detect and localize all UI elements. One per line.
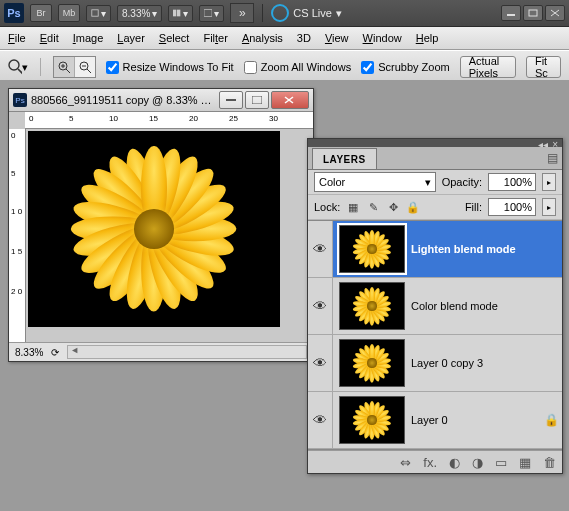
visibility-eye-icon[interactable]: 👁 <box>308 278 333 334</box>
doc-maximize-button[interactable] <box>245 91 269 109</box>
status-info-icon[interactable]: ⟳ <box>51 347 59 358</box>
window-close-button[interactable] <box>545 5 565 21</box>
zoom-all-windows-checkbox[interactable]: Zoom All Windows <box>244 61 351 74</box>
fit-screen-button[interactable]: Fit Sc <box>526 56 561 78</box>
blend-mode-select[interactable]: Color▾ <box>314 172 436 192</box>
menu-edit[interactable]: Edit <box>40 32 59 44</box>
menu-file[interactable]: File <box>8 32 26 44</box>
lock-all-icon[interactable]: 🔒 <box>406 200 420 214</box>
visibility-eye-icon[interactable]: 👁 <box>308 392 333 448</box>
zoom-in-icon[interactable] <box>54 57 75 77</box>
resize-windows-label: Resize Windows To Fit <box>123 61 234 73</box>
layer-group-icon[interactable]: ▭ <box>495 455 507 470</box>
layer-thumbnail[interactable] <box>339 225 405 273</box>
window-restore-button[interactable] <box>523 5 543 21</box>
layer-row[interactable]: 👁Layer 0🔒 <box>308 392 562 449</box>
ruler-tick: 0 <box>29 114 33 123</box>
layer-row[interactable]: 👁Layer 0 copy 3 <box>308 335 562 392</box>
menu-select[interactable]: Select <box>159 32 190 44</box>
layer-name-label[interactable]: Layer 0 copy 3 <box>411 357 544 369</box>
lock-pixels-icon[interactable]: ✎ <box>366 200 380 214</box>
zoom-tool-icon[interactable]: ▾ <box>8 57 28 77</box>
visibility-eye-icon[interactable]: 👁 <box>308 221 333 277</box>
expand-panels-button[interactable]: » <box>230 3 254 23</box>
ruler-tick: 5 <box>11 169 15 178</box>
workspace: Ps 880566_99119511 copy @ 8.33% (Lighten… <box>0 80 569 511</box>
link-layers-icon[interactable]: ⇔ <box>400 455 411 470</box>
zoom-level-dropdown[interactable]: 8.33%▾ <box>117 5 162 22</box>
layer-row[interactable]: 👁Lighten blend mode <box>308 221 562 278</box>
menu-filter[interactable]: Filter <box>203 32 227 44</box>
menu-image[interactable]: Image <box>73 32 104 44</box>
menu-window[interactable]: Window <box>363 32 402 44</box>
tab-layers[interactable]: LAYERS <box>312 148 377 169</box>
panel-menu-icon[interactable]: ▤ <box>547 151 558 165</box>
layer-name-label[interactable]: Lighten blend mode <box>411 243 544 255</box>
delete-layer-icon[interactable]: 🗑 <box>543 455 556 470</box>
zoom-in-out-toggle[interactable] <box>53 56 96 78</box>
opacity-flyout-icon[interactable]: ▸ <box>542 173 556 191</box>
blend-opacity-row: Color▾ Opacity: 100% ▸ <box>308 170 562 195</box>
doc-close-button[interactable] <box>271 91 309 109</box>
canvas-area[interactable] <box>26 129 313 342</box>
screen-mode-dropdown[interactable]: ▾ <box>199 5 224 22</box>
bridge-badge[interactable]: Br <box>30 4 52 22</box>
view-extras-dropdown[interactable]: ▾ <box>86 5 111 22</box>
cs-live-label: CS Live <box>293 7 332 19</box>
ruler-tick: 15 <box>149 114 158 123</box>
panel-tab-bar: LAYERS ▤ <box>308 147 562 170</box>
svg-rect-3 <box>204 10 212 17</box>
canvas[interactable] <box>28 131 280 327</box>
lock-transparent-icon[interactable]: ▦ <box>346 200 360 214</box>
layers-panel-footer: ⇔ fx. ◐ ◑ ▭ ▦ 🗑 <box>308 450 562 473</box>
arrange-documents-dropdown[interactable]: ▾ <box>168 5 193 22</box>
layer-thumbnail[interactable] <box>339 339 405 387</box>
layer-name-label[interactable]: Color blend mode <box>411 300 544 312</box>
lock-position-icon[interactable]: ✥ <box>386 200 400 214</box>
ruler-horizontal[interactable]: 0 5 10 15 20 25 30 <box>25 112 313 129</box>
status-zoom-value[interactable]: 8.33% <box>15 347 43 358</box>
svg-line-13 <box>66 69 70 73</box>
menu-analysis[interactable]: Analysis <box>242 32 283 44</box>
layer-thumbnail[interactable] <box>339 282 405 330</box>
layer-name-label[interactable]: Layer 0 <box>411 414 544 426</box>
status-scrollbar[interactable] <box>67 345 307 359</box>
document-titlebar[interactable]: Ps 880566_99119511 copy @ 8.33% (Lighten… <box>9 89 313 112</box>
zoom-out-icon[interactable] <box>75 57 95 77</box>
document-window: Ps 880566_99119511 copy @ 8.33% (Lighten… <box>8 88 314 362</box>
doc-minimize-button[interactable] <box>219 91 243 109</box>
menu-layer[interactable]: Layer <box>117 32 145 44</box>
scrubby-zoom-checkbox[interactable]: Scrubby Zoom <box>361 61 450 74</box>
visibility-eye-icon[interactable]: 👁 <box>308 335 333 391</box>
menu-help[interactable]: Help <box>416 32 439 44</box>
layer-row[interactable]: 👁Color blend mode <box>308 278 562 335</box>
ruler-tick: 1 0 <box>11 207 22 216</box>
actual-pixels-button[interactable]: Actual Pixels <box>460 56 516 78</box>
resize-windows-checkbox[interactable]: Resize Windows To Fit <box>106 61 234 74</box>
cs-live-button[interactable]: CS Live▾ <box>271 4 342 22</box>
cs-live-ring-icon <box>271 4 289 22</box>
window-minimize-button[interactable] <box>501 5 521 21</box>
document-status-bar: 8.33% ⟳ <box>9 342 313 361</box>
fill-flyout-icon[interactable]: ▸ <box>542 198 556 216</box>
ruler-vertical[interactable]: 0 5 1 0 1 5 2 0 <box>9 129 26 342</box>
svg-rect-1 <box>173 10 176 17</box>
image-content <box>64 139 244 319</box>
new-layer-icon[interactable]: ▦ <box>519 455 531 470</box>
zoom-all-label: Zoom All Windows <box>261 61 351 73</box>
layer-thumbnail[interactable] <box>339 396 405 444</box>
fill-field[interactable]: 100% <box>488 198 536 216</box>
minibridge-badge[interactable]: Mb <box>58 4 80 22</box>
adjustment-layer-icon[interactable]: ◑ <box>472 455 483 470</box>
zoom-level-value: 8.33% <box>122 8 150 19</box>
fill-label: Fill: <box>465 201 482 213</box>
menu-3d[interactable]: 3D <box>297 32 311 44</box>
scrubby-label: Scrubby Zoom <box>378 61 450 73</box>
panel-grip[interactable]: ◂◂× <box>308 139 562 147</box>
opacity-field[interactable]: 100% <box>488 173 536 191</box>
svg-rect-5 <box>529 10 537 16</box>
layer-fx-icon[interactable]: fx. <box>423 455 437 470</box>
layer-mask-icon[interactable]: ◐ <box>449 455 460 470</box>
document-ps-icon: Ps <box>13 93 27 107</box>
menu-view[interactable]: View <box>325 32 349 44</box>
